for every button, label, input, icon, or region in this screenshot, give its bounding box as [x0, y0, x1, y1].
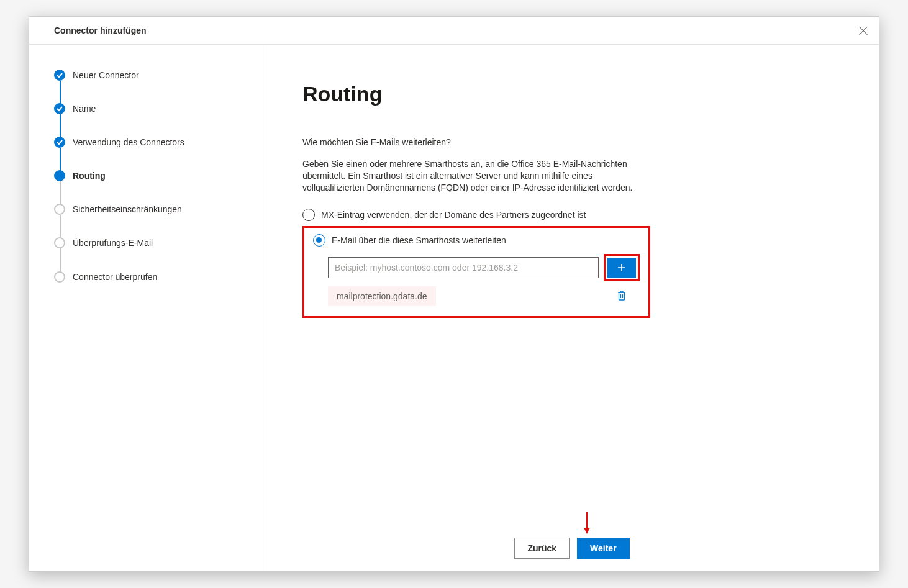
- next-button[interactable]: Weiter: [577, 538, 630, 559]
- checkmark-icon: [54, 70, 65, 81]
- step-usage[interactable]: Verwendung des Connectors: [54, 137, 252, 170]
- smarthost-item-row: mailprotection.gdata.de: [328, 286, 640, 306]
- trash-icon: [616, 290, 627, 301]
- step-connector-line: [60, 215, 61, 238]
- step-routing[interactable]: Routing: [54, 170, 252, 204]
- step-connector-line: [60, 148, 61, 171]
- checkmark-icon: [54, 137, 65, 148]
- option-label: MX-Eintrag verwenden, der der Domäne des…: [321, 210, 586, 220]
- smarthost-input-row: [328, 254, 640, 281]
- close-icon[interactable]: [858, 26, 866, 35]
- page-title: Routing: [302, 82, 842, 106]
- smarthost-chip: mailprotection.gdata.de: [328, 286, 436, 306]
- dialog-title: Connector hinzufügen: [54, 25, 147, 35]
- current-step-icon: [54, 170, 65, 181]
- routing-options: MX-Eintrag verwenden, der der Domäne des…: [302, 209, 650, 318]
- radio-icon: [302, 209, 315, 221]
- checkmark-icon: [54, 103, 65, 114]
- step-label: Neuer Connector: [73, 70, 139, 80]
- step-name[interactable]: Name: [54, 103, 252, 137]
- routing-question: Wie möchten Sie E-Mails weiterleiten?: [302, 137, 842, 147]
- highlight-annotation: [604, 254, 640, 281]
- highlight-annotation: E-Mail über die diese Smarthosts weiterl…: [302, 226, 650, 318]
- svg-marker-2: [584, 528, 590, 534]
- step-label: Sicherheitseinschränkungen: [73, 204, 182, 214]
- step-label: Überprüfungs-E-Mail: [73, 238, 153, 248]
- step-verification-email[interactable]: Überprüfungs-E-Mail: [54, 237, 252, 271]
- step-connector-line: [60, 81, 61, 104]
- step-connector-line: [60, 114, 61, 138]
- pending-step-icon: [54, 204, 65, 215]
- svg-rect-0: [619, 292, 625, 300]
- smarthost-input[interactable]: [328, 257, 599, 278]
- step-new-connector[interactable]: Neuer Connector: [54, 70, 252, 103]
- plus-icon: [617, 263, 627, 273]
- wizard-footer: Zurück Weiter: [265, 538, 879, 559]
- wizard-steps-sidebar: Neuer Connector Name Verwendung des Conn…: [29, 45, 265, 571]
- radio-icon: [313, 234, 325, 247]
- option-mx-record[interactable]: MX-Eintrag verwenden, der der Domäne des…: [302, 209, 650, 221]
- routing-description: Geben Sie einen oder mehrere Smarthosts …: [302, 158, 650, 194]
- option-label: E-Mail über die diese Smarthosts weiterl…: [332, 235, 506, 245]
- pending-step-icon: [54, 237, 65, 248]
- step-security[interactable]: Sicherheitseinschränkungen: [54, 204, 252, 237]
- step-review[interactable]: Connector überprüfen: [54, 271, 252, 283]
- step-label: Name: [73, 104, 96, 114]
- pending-step-icon: [54, 271, 65, 283]
- delete-smarthost-button[interactable]: [616, 290, 629, 302]
- back-button[interactable]: Zurück: [514, 538, 570, 559]
- step-connector-line: [60, 181, 61, 205]
- step-connector-line: [60, 248, 61, 272]
- add-smarthost-button[interactable]: [607, 258, 636, 278]
- step-label: Connector überprüfen: [73, 272, 157, 282]
- step-label: Routing: [73, 171, 106, 181]
- add-connector-dialog: Connector hinzufügen Neuer Connector N: [29, 16, 879, 572]
- step-label: Verwendung des Connectors: [73, 137, 184, 147]
- arrow-down-annotation-icon: [583, 512, 591, 534]
- option-smarthost[interactable]: E-Mail über die diese Smarthosts weiterl…: [313, 234, 640, 247]
- steps-list: Neuer Connector Name Verwendung des Conn…: [54, 70, 252, 283]
- dialog-header: Connector hinzufügen: [29, 17, 879, 45]
- dialog-body: Neuer Connector Name Verwendung des Conn…: [29, 45, 879, 571]
- main-panel: Routing Wie möchten Sie E-Mails weiterle…: [265, 45, 879, 571]
